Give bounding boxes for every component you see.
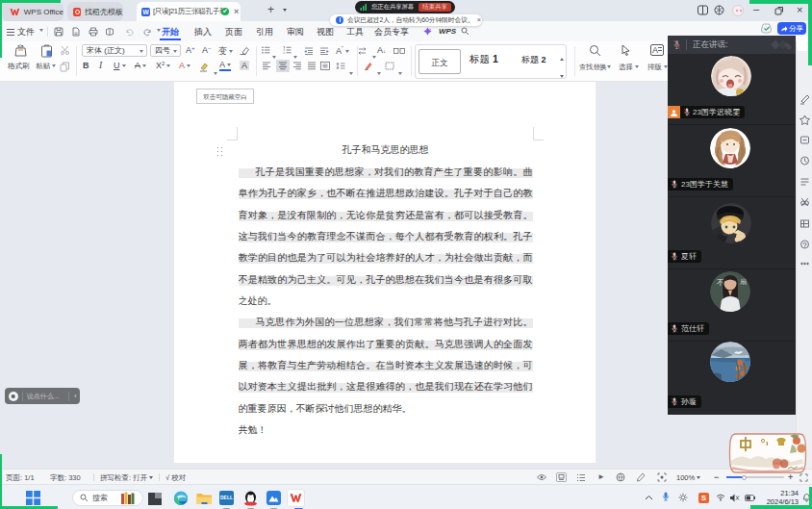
svg-text:扇: 扇 xyxy=(740,278,747,285)
